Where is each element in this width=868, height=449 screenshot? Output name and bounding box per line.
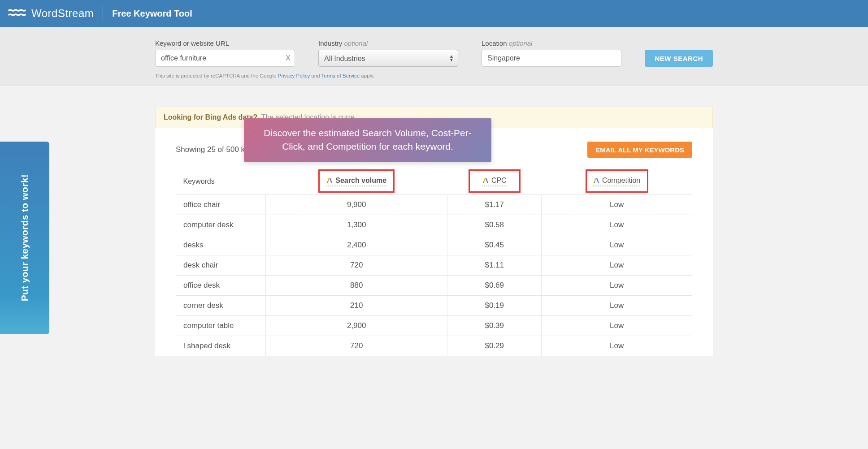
col-keywords[interactable]: Keywords	[176, 171, 266, 195]
google-ads-icon	[482, 177, 489, 184]
table-row: corner desk210$0.19Low	[176, 296, 692, 316]
keyword-label: Keyword or website URL	[155, 39, 295, 47]
keyword-input[interactable]	[155, 50, 295, 67]
google-ads-icon	[593, 177, 599, 184]
cell-volume: 720	[266, 336, 447, 356]
table-row: computer desk1,300$0.58Low	[176, 215, 692, 235]
cell-cpc: $0.29	[447, 336, 542, 356]
cell-cpc: $0.39	[447, 316, 542, 336]
clear-icon[interactable]: X	[286, 54, 291, 62]
email-keywords-button[interactable]: EMAIL ALL MY KEYWORDS	[587, 142, 692, 158]
svg-point-0	[327, 182, 328, 183]
svg-point-1	[483, 182, 484, 183]
cell-cpc: $0.69	[447, 276, 542, 296]
cell-keyword: office desk	[176, 276, 266, 296]
keywords-table: Keywords Search volume	[176, 171, 692, 356]
table-row: desk chair720$1.11Low	[176, 255, 692, 276]
table-row: office chair9,900$1.17Low	[176, 195, 692, 215]
cell-keyword: l shaped desk	[176, 336, 266, 356]
table-row: computer table2,900$0.39Low	[176, 316, 692, 336]
cell-keyword: computer table	[176, 316, 266, 336]
cell-competition: Low	[542, 195, 692, 215]
wave-icon	[8, 7, 27, 20]
svg-point-2	[594, 182, 595, 183]
cell-cpc: $0.19	[447, 296, 542, 316]
callout-tooltip: Discover the estimated Search Volume, Co…	[244, 118, 491, 162]
brand-text: WordStream	[31, 7, 94, 20]
new-search-button[interactable]: NEW SEARCH	[645, 50, 713, 67]
keyword-field-group: Keyword or website URL X	[155, 39, 295, 67]
col-competition[interactable]: Competition	[542, 171, 692, 195]
cell-volume: 2,900	[266, 316, 447, 336]
industry-select[interactable]: All Industries	[318, 50, 458, 67]
cell-cpc: $0.45	[447, 235, 542, 255]
table-row: desks2,400$0.45Low	[176, 235, 692, 255]
col-cpc[interactable]: CPC	[447, 171, 542, 195]
results-card: Showing 25 of 500 keywords for office fu…	[155, 128, 713, 356]
terms-link[interactable]: Terms of Service	[321, 73, 360, 78]
cell-cpc: $1.17	[447, 195, 542, 215]
cell-competition: Low	[542, 255, 692, 276]
side-cta-tab[interactable]: Put your keywords to work!	[0, 142, 49, 334]
brand-logo[interactable]: WordStream	[8, 7, 94, 20]
cell-volume: 880	[266, 276, 447, 296]
table-row: office desk880$0.69Low	[176, 276, 692, 296]
cell-volume: 2,400	[266, 235, 447, 255]
top-bar: WordStream Free Keyword Tool	[0, 0, 868, 27]
cell-cpc: $0.58	[447, 215, 542, 235]
location-input[interactable]	[482, 50, 621, 67]
callout-text: Discover the estimated Search Volume, Co…	[264, 128, 471, 151]
cell-volume: 210	[266, 296, 447, 316]
divider	[103, 5, 103, 22]
col-search-volume[interactable]: Search volume	[266, 171, 447, 195]
cell-keyword: desks	[176, 235, 266, 255]
location-field-group: Location optional	[482, 39, 621, 67]
recaptcha-notice: This site is protected by reCAPTCHA and …	[155, 73, 713, 78]
cell-volume: 1,300	[266, 215, 447, 235]
cell-competition: Low	[542, 336, 692, 356]
location-label: Location optional	[482, 39, 621, 47]
cell-volume: 720	[266, 255, 447, 276]
cell-keyword: computer desk	[176, 215, 266, 235]
cell-competition: Low	[542, 235, 692, 255]
cell-competition: Low	[542, 296, 692, 316]
cell-competition: Low	[542, 215, 692, 235]
bing-alert-lead: Looking for Bing Ads data?	[164, 113, 257, 121]
app-title: Free Keyword Tool	[112, 9, 192, 19]
side-cta-text: Put your keywords to work!	[19, 174, 30, 301]
industry-label: Industry optional	[318, 39, 458, 47]
table-row: l shaped desk720$0.29Low	[176, 336, 692, 356]
search-form: Keyword or website URL X Industry option…	[0, 27, 868, 86]
cell-competition: Low	[542, 276, 692, 296]
cell-keyword: desk chair	[176, 255, 266, 276]
industry-field-group: Industry optional All Industries ▲▼	[318, 39, 458, 67]
cell-volume: 9,900	[266, 195, 447, 215]
privacy-link[interactable]: Privacy Policy	[278, 73, 310, 78]
google-ads-icon	[326, 177, 333, 184]
cell-competition: Low	[542, 316, 692, 336]
cell-cpc: $1.11	[447, 255, 542, 276]
cell-keyword: corner desk	[176, 296, 266, 316]
cell-keyword: office chair	[176, 195, 266, 215]
